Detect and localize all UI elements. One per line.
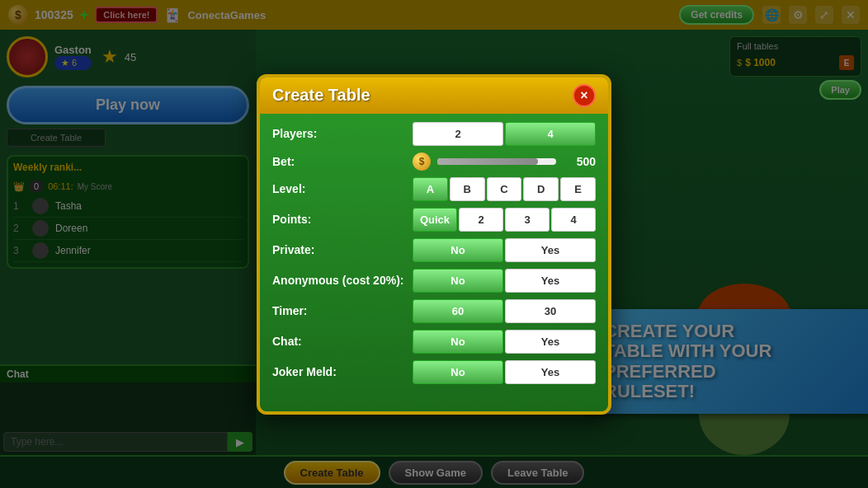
bet-coin-icon: $	[413, 152, 431, 171]
anonymous-option-yes[interactable]: Yes	[505, 269, 596, 293]
bet-value-display: 500	[563, 155, 596, 168]
timer-option-60[interactable]: 60	[413, 299, 503, 323]
chat-option-yes[interactable]: Yes	[505, 330, 596, 354]
chat-controls: No Yes	[413, 330, 596, 354]
players-label: Players:	[272, 127, 404, 140]
points-row: Points: Quick 2 3 4	[272, 208, 596, 232]
level-label: Level:	[272, 182, 404, 195]
bet-slider[interactable]	[437, 158, 556, 165]
private-controls: No Yes	[413, 238, 596, 262]
anonymous-option-no[interactable]: No	[413, 269, 503, 293]
private-option-yes[interactable]: Yes	[505, 238, 596, 262]
points-option-2[interactable]: 2	[459, 208, 503, 232]
players-row: Players: 2 4	[272, 122, 596, 146]
joker-meld-controls: No Yes	[413, 360, 596, 384]
anonymous-controls: No Yes	[413, 269, 596, 293]
modal-body: Players: 2 4 Bet: $ 500 Level	[260, 114, 608, 399]
joker-meld-option-yes[interactable]: Yes	[505, 360, 596, 384]
points-controls: Quick 2 3 4	[413, 208, 596, 232]
modal-close-button[interactable]: ×	[573, 84, 596, 107]
level-option-d[interactable]: D	[523, 177, 559, 201]
points-option-3[interactable]: 3	[505, 208, 550, 232]
anonymous-row: Anonymous (cost 20%): No Yes	[272, 269, 596, 293]
level-option-e[interactable]: E	[560, 177, 596, 201]
private-row: Private: No Yes	[272, 238, 596, 262]
level-option-a[interactable]: A	[413, 177, 448, 201]
chat-label: Chat:	[272, 335, 404, 348]
level-option-c[interactable]: C	[487, 177, 522, 201]
points-option-quick[interactable]: Quick	[413, 208, 457, 232]
modal-overlay: Create Table × Players: 2 4 Bet: $	[0, 0, 868, 488]
timer-label: Timer:	[272, 304, 404, 317]
bet-slider-fill	[437, 158, 538, 165]
timer-option-30[interactable]: 30	[505, 299, 596, 323]
chat-row: Chat: No Yes	[272, 330, 596, 354]
players-option-4[interactable]: 4	[505, 122, 596, 146]
level-option-b[interactable]: B	[450, 177, 485, 201]
level-controls: A B C D E	[413, 177, 596, 201]
modal-title: Create Table	[272, 86, 370, 105]
points-label: Points:	[272, 213, 404, 226]
joker-meld-option-no[interactable]: No	[413, 360, 503, 384]
joker-meld-row: Joker Meld: No Yes	[272, 360, 596, 384]
chat-option-no[interactable]: No	[413, 330, 503, 354]
bet-controls: $ 500	[413, 152, 596, 171]
points-option-4[interactable]: 4	[551, 208, 596, 232]
modal-header: Create Table ×	[260, 77, 608, 114]
create-table-modal: Create Table × Players: 2 4 Bet: $	[257, 74, 611, 415]
anonymous-label: Anonymous (cost 20%):	[272, 274, 404, 287]
private-label: Private:	[272, 243, 404, 256]
players-controls: 2 4	[413, 122, 596, 146]
joker-meld-label: Joker Meld:	[272, 365, 404, 378]
players-option-2[interactable]: 2	[413, 122, 503, 146]
timer-controls: 60 30	[413, 299, 596, 323]
private-option-no[interactable]: No	[413, 238, 503, 262]
bet-label: Bet:	[272, 155, 404, 168]
timer-row: Timer: 60 30	[272, 299, 596, 323]
bet-row: Bet: $ 500	[272, 152, 596, 171]
level-row: Level: A B C D E	[272, 177, 596, 201]
